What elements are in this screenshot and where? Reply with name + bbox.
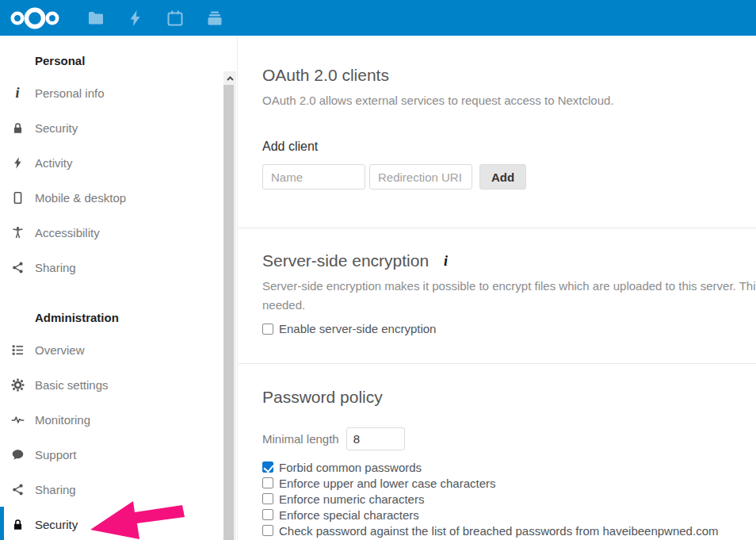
oauth-description: OAuth 2.0 allows external services to re… (262, 94, 756, 107)
policy-checkbox-label: Check password against the list of breac… (279, 524, 718, 538)
nextcloud-logo[interactable] (10, 6, 60, 31)
enable-encryption-row: Enable server-side encryption (262, 322, 756, 335)
minimal-length-label: Minimal length (262, 432, 339, 446)
settings-sidebar: PersonaliPersonal infoSecurityActivityMo… (0, 36, 238, 540)
policy-checkbox[interactable] (262, 509, 273, 520)
policy-checkbox[interactable] (262, 461, 273, 473)
list-icon (10, 342, 25, 358)
folder-icon[interactable] (76, 0, 116, 36)
policy-row-forbid-common-passwords: Forbid common passwords (262, 459, 756, 475)
sidebar-item-label: Security (35, 121, 78, 135)
sidebar-item-support[interactable]: Support (0, 437, 237, 472)
encryption-title-text: Server-side encryption (262, 251, 429, 270)
policy-checkbox[interactable] (262, 477, 273, 488)
encryption-section-title: Server-side encryption i (262, 251, 756, 270)
pulse-icon (10, 412, 25, 427)
chat-icon (10, 446, 25, 462)
deck-icon[interactable] (195, 0, 235, 36)
sidebar-item-label: Support (35, 448, 77, 461)
sidebar-item-security[interactable]: Security (0, 507, 237, 540)
add-client-button[interactable]: Add (479, 164, 526, 190)
bolt-icon (10, 155, 25, 170)
sidebar-item-label: Monitoring (35, 413, 90, 427)
app-window: PersonaliPersonal infoSecurityActivityMo… (0, 0, 756, 540)
header-app-icons (76, 0, 235, 36)
password-policy-section: Password policy Minimal length Forbid co… (239, 363, 756, 538)
sidebar-item-label: Mobile & desktop (35, 191, 126, 205)
share-icon (10, 481, 25, 497)
policy-checkbox-label: Enforce numeric characters (279, 492, 424, 506)
policy-checkbox[interactable] (262, 493, 273, 504)
info-icon[interactable]: i (444, 253, 448, 270)
sidebar-item-accessibility[interactable]: Accessibility (0, 215, 237, 250)
oauth-section: OAuth 2.0 clients OAuth 2.0 allows exter… (239, 36, 756, 190)
lock-icon (10, 120, 25, 136)
sidebar-item-mobile-desktop[interactable]: Mobile & desktop (0, 180, 237, 215)
policy-checkbox[interactable] (262, 525, 273, 536)
gear-icon (10, 377, 25, 393)
sidebar-caption-administration: Administration (0, 302, 237, 332)
sidebar-caption-personal: Personal (0, 45, 237, 75)
enable-encryption-label: Enable server-side encryption (279, 322, 436, 335)
redirection-uri-input[interactable] (369, 164, 472, 190)
calendar-icon[interactable] (155, 0, 195, 36)
sidebar-item-monitoring[interactable]: Monitoring (0, 402, 237, 437)
policy-row-enforce-numeric-characters: Enforce numeric characters (262, 491, 756, 507)
share-icon (10, 259, 25, 275)
scrollbar-up-button[interactable] (223, 71, 236, 85)
sidebar-item-sharing[interactable]: Sharing (0, 250, 237, 285)
enable-encryption-checkbox[interactable] (262, 324, 273, 335)
sidebar-item-label: Security (35, 518, 78, 531)
encryption-description-line1: Server-side encryption makes it possible… (262, 279, 756, 293)
sidebar-item-label: Sharing (35, 261, 76, 274)
minimal-length-row: Minimal length (262, 427, 756, 450)
scrollbar-thumb[interactable] (223, 85, 234, 540)
accessibility-icon (10, 224, 25, 240)
settings-content: OAuth 2.0 clients OAuth 2.0 allows exter… (239, 36, 756, 540)
password-policy-title: Password policy (262, 388, 756, 407)
phone-icon (10, 190, 25, 205)
sidebar-item-personal-info[interactable]: iPersonal info (0, 75, 237, 110)
sidebar-item-sharing[interactable]: Sharing (0, 472, 237, 507)
add-client-row: Add (262, 164, 756, 190)
top-header-bar (0, 0, 756, 36)
encryption-section: Server-side encryption i Server-side enc… (239, 228, 756, 335)
sidebar-nav: PersonaliPersonal infoSecurityActivityMo… (0, 36, 237, 540)
info-icon: i (10, 85, 25, 101)
sidebar-item-label: Overview (35, 343, 85, 357)
sidebar-item-label: Personal info (35, 86, 105, 100)
policy-checkbox-label: Forbid common passwords (279, 461, 422, 474)
sidebar-item-label: Accessibility (35, 226, 100, 239)
policy-row-enforce-special-characters: Enforce special characters (262, 507, 756, 523)
policy-checkbox-label: Enforce upper and lower case characters (279, 477, 495, 490)
encryption-description-line2: needed. (262, 298, 756, 312)
minimal-length-input[interactable] (346, 427, 405, 450)
oauth-section-title: OAuth 2.0 clients (262, 66, 756, 85)
client-name-input[interactable] (262, 164, 365, 190)
sidebar-item-label: Sharing (35, 483, 76, 496)
sidebar-item-overview[interactable]: Overview (0, 332, 237, 367)
sidebar-item-security[interactable]: Security (0, 110, 237, 145)
policy-row-check-password-against-the-list-of-breac: Check password against the list of breac… (262, 523, 756, 538)
add-client-label: Add client (262, 140, 756, 154)
sidebar-item-activity[interactable]: Activity (0, 145, 237, 180)
sidebar-item-label: Basic settings (35, 378, 109, 392)
password-policy-checkboxes: Forbid common passwordsEnforce upper and… (239, 459, 756, 538)
policy-row-enforce-upper-and-lower-case-characters: Enforce upper and lower case characters (262, 475, 756, 491)
policy-checkbox-label: Enforce special characters (279, 508, 419, 522)
sidebar-scrollbar (223, 71, 236, 540)
lock-icon (10, 516, 25, 532)
sidebar-item-label: Activity (35, 156, 73, 170)
sidebar-item-basic-settings[interactable]: Basic settings (0, 367, 237, 402)
bolt-icon[interactable] (116, 0, 155, 36)
